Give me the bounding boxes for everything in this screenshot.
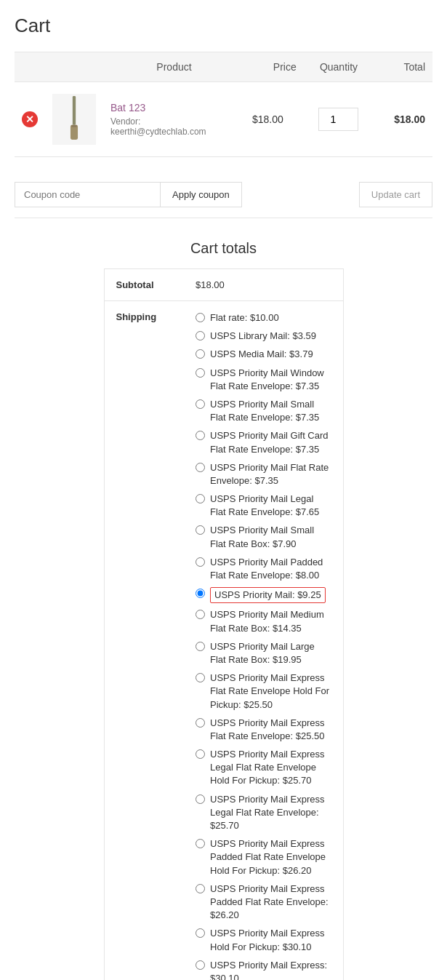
shipping-radio[interactable] (196, 494, 205, 503)
shipping-item: USPS Priority Mail Small Flat Rate Box: … (196, 524, 331, 550)
product-image (52, 94, 96, 145)
shipping-radio[interactable] (196, 839, 205, 848)
shipping-label: Shipping (104, 301, 184, 981)
shipping-item: USPS Priority Mail Express Flat Rate Env… (196, 672, 331, 712)
shipping-option-label: USPS Priority Mail Legal Flat Rate Envel… (210, 493, 331, 519)
shipping-radio[interactable] (196, 368, 205, 378)
remove-icon: ✕ (22, 111, 38, 127)
quantity-input[interactable] (318, 108, 358, 131)
shipping-item: USPS Priority Mail Flat Rate Envelope: $… (196, 461, 331, 487)
shipping-radio[interactable] (196, 960, 205, 970)
shipping-radio[interactable] (196, 718, 205, 728)
shipping-option-label: USPS Priority Mail Express Legal Flat Ra… (210, 793, 331, 833)
shipping-item: Flat rate: $10.00 (196, 311, 331, 324)
coupon-form: Apply coupon (15, 182, 242, 207)
shipping-option-label: USPS Priority Mail Express Flat Rate Env… (210, 672, 331, 712)
shipping-option-label: USPS Priority Mail Flat Rate Envelope: $… (210, 461, 331, 487)
cart-row: ✕ Bat 123 Vendor: keerthi@cydt (15, 82, 432, 157)
col-price: Price (245, 52, 304, 82)
col-remove (15, 52, 45, 82)
shipping-radio[interactable] (196, 399, 205, 409)
shipping-option-label: USPS Library Mail: $3.59 (210, 330, 316, 343)
shipping-radio[interactable] (196, 928, 205, 938)
col-total: Total (374, 52, 432, 82)
shipping-option-label: USPS Priority Mail Express Hold For Pick… (210, 927, 331, 953)
apply-coupon-button[interactable]: Apply coupon (160, 182, 242, 207)
vendor-email: keerthi@cydtechlab.com (110, 127, 238, 137)
shipping-radio[interactable] (196, 349, 205, 359)
shipping-option-label: USPS Priority Mail Express: $30.10 (210, 959, 331, 980)
cart-totals-section: Cart totals Subtotal $18.00 Shipping Fla… (15, 240, 432, 980)
col-image (45, 52, 103, 82)
shipping-option-label: Flat rate: $10.00 (210, 311, 279, 324)
page-title: Cart (15, 15, 432, 37)
cart-totals-title: Cart totals (190, 240, 257, 257)
shipping-item: USPS Priority Mail Express Padded Flat R… (196, 883, 331, 923)
shipping-radio[interactable] (196, 589, 205, 598)
shipping-radio[interactable] (196, 884, 205, 893)
shipping-option-label: USPS Priority Mail Large Flat Rate Box: … (210, 640, 331, 666)
subtotal-row: Subtotal $18.00 (104, 269, 343, 301)
coupon-row: Apply coupon Update cart (15, 172, 432, 218)
shipping-option-label: USPS Priority Mail Express Padded Flat R… (210, 837, 331, 877)
shipping-radio[interactable] (196, 557, 205, 567)
coupon-input[interactable] (15, 182, 160, 207)
shipping-radio[interactable] (196, 431, 205, 440)
shipping-radio[interactable] (196, 525, 205, 535)
col-product: Product (103, 52, 245, 82)
shipping-radio[interactable] (196, 313, 205, 322)
shipping-option-label: USPS Priority Mail Express Legal Flat Ra… (210, 748, 331, 788)
shipping-option-label: USPS Priority Mail Window Flat Rate Enve… (210, 367, 331, 393)
shipping-options-cell: Flat rate: $10.00USPS Library Mail: $3.5… (184, 301, 343, 981)
svg-rect-0 (73, 96, 76, 125)
shipping-radio[interactable] (196, 749, 205, 759)
shipping-item: USPS Priority Mail Express Flat Rate Env… (196, 717, 331, 743)
shipping-options-list: Flat rate: $10.00USPS Library Mail: $3.5… (196, 311, 331, 980)
shipping-radio[interactable] (196, 642, 205, 651)
shipping-option-label: USPS Priority Mail Padded Flat Rate Enve… (210, 556, 331, 582)
update-cart-button[interactable]: Update cart (359, 182, 432, 207)
svg-rect-1 (71, 124, 78, 139)
shipping-option-label: USPS Priority Mail Gift Card Flat Rate E… (210, 429, 331, 455)
subtotal-value: $18.00 (184, 269, 343, 301)
shipping-item: USPS Priority Mail Medium Flat Rate Box:… (196, 608, 331, 634)
shipping-item: USPS Priority Mail Express: $30.10 (196, 959, 331, 980)
shipping-item: USPS Priority Mail Legal Flat Rate Envel… (196, 493, 331, 519)
shipping-item: USPS Priority Mail Express Padded Flat R… (196, 837, 331, 877)
subtotal-label: Subtotal (104, 269, 184, 301)
cart-table: Product Price Quantity Total ✕ (15, 52, 432, 157)
shipping-item: USPS Priority Mail Small Flat Rate Envel… (196, 398, 331, 424)
product-name-link[interactable]: Bat 123 (110, 102, 145, 113)
shipping-radio[interactable] (196, 331, 205, 340)
shipping-option-label: USPS Media Mail: $3.79 (210, 348, 313, 361)
shipping-item: USPS Priority Mail Large Flat Rate Box: … (196, 640, 331, 666)
shipping-item: USPS Priority Mail: $9.25 (196, 587, 331, 603)
shipping-row: Shipping Flat rate: $10.00USPS Library M… (104, 301, 343, 981)
shipping-item: USPS Priority Mail Gift Card Flat Rate E… (196, 429, 331, 455)
shipping-option-label: USPS Priority Mail Small Flat Rate Envel… (210, 398, 331, 424)
shipping-radio[interactable] (196, 673, 205, 682)
shipping-radio[interactable] (196, 794, 205, 804)
item-price: $18.00 (252, 113, 283, 125)
shipping-option-label: USPS Priority Mail: $9.25 (210, 587, 326, 603)
shipping-option-label: USPS Priority Mail Express Padded Flat R… (210, 883, 331, 923)
shipping-radio[interactable] (196, 463, 205, 472)
shipping-option-label: USPS Priority Mail Medium Flat Rate Box:… (210, 608, 331, 634)
vendor-label: Vendor: (110, 116, 238, 127)
shipping-radio[interactable] (196, 610, 205, 619)
remove-item-button[interactable]: ✕ (22, 111, 38, 127)
col-quantity: Quantity (304, 52, 374, 82)
shipping-item: USPS Priority Mail Window Flat Rate Enve… (196, 367, 331, 393)
item-total: $18.00 (394, 113, 425, 125)
shipping-item: USPS Priority Mail Express Legal Flat Ra… (196, 748, 331, 788)
svg-rect-2 (71, 124, 76, 127)
shipping-item: USPS Priority Mail Padded Flat Rate Enve… (196, 556, 331, 582)
shipping-item: USPS Priority Mail Express Hold For Pick… (196, 927, 331, 953)
shipping-item: USPS Priority Mail Express Legal Flat Ra… (196, 793, 331, 833)
shipping-option-label: USPS Priority Mail Small Flat Rate Box: … (210, 524, 331, 550)
shipping-item: USPS Media Mail: $3.79 (196, 348, 331, 361)
totals-table: Subtotal $18.00 Shipping Flat rate: $10.… (104, 268, 344, 980)
shipping-option-label: USPS Priority Mail Express Flat Rate Env… (210, 717, 331, 743)
shipping-item: USPS Library Mail: $3.59 (196, 330, 331, 343)
